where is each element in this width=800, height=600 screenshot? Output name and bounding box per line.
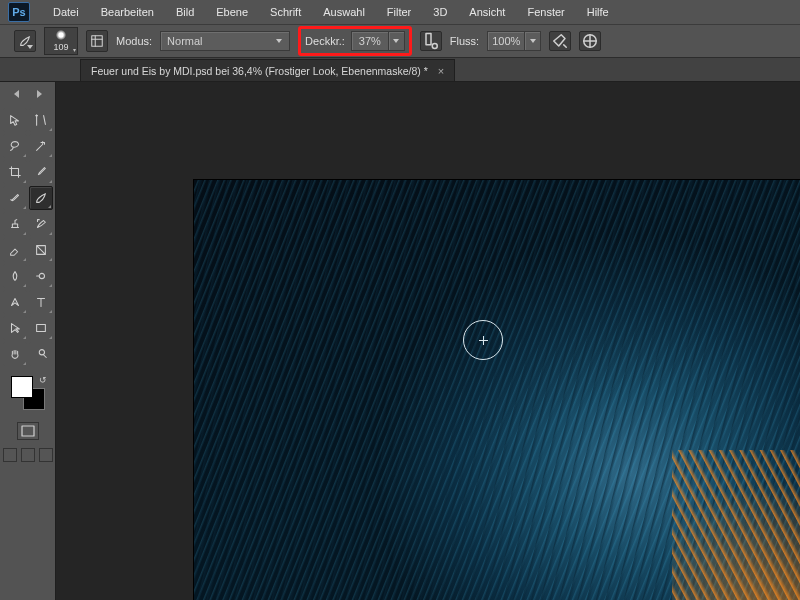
brush-preset-picker[interactable]: 109 ▾ (44, 27, 78, 55)
app-logo[interactable]: Ps (8, 2, 30, 22)
flow-input[interactable]: 100% (487, 31, 525, 51)
workspace: ↺ (0, 82, 800, 600)
color-swatches[interactable]: ↺ (11, 376, 45, 410)
eyedropper-tool[interactable] (29, 160, 53, 184)
hand-tool[interactable] (3, 342, 27, 366)
quickmask-toggle[interactable] (17, 422, 39, 440)
chevron-down-icon (273, 32, 285, 50)
airbrush-icon[interactable] (549, 31, 571, 51)
zoom-tool[interactable] (29, 342, 53, 366)
menu-item-schrift[interactable]: Schrift (261, 3, 310, 21)
lasso-tool[interactable] (3, 134, 27, 158)
clone-stamp-tool[interactable] (3, 212, 27, 236)
menu-item-3d[interactable]: 3D (424, 3, 456, 21)
svg-rect-1 (426, 34, 431, 45)
document-canvas[interactable] (194, 180, 800, 600)
menu-item-ansicht[interactable]: Ansicht (460, 3, 514, 21)
menu-item-ebene[interactable]: Ebene (207, 3, 257, 21)
eraser-tool[interactable] (3, 238, 27, 262)
brush-panel-toggle-icon[interactable] (86, 30, 108, 52)
close-icon[interactable]: × (438, 65, 444, 77)
blur-tool[interactable] (3, 264, 27, 288)
active-tool-icon[interactable] (14, 30, 36, 52)
brush-size-value: 109 (53, 42, 68, 52)
dodge-tool[interactable] (29, 264, 53, 288)
image-content (194, 180, 800, 600)
svg-rect-0 (92, 36, 103, 47)
move-tool[interactable] (3, 108, 27, 132)
screen-mode-icons[interactable] (3, 448, 53, 462)
pressure-opacity-icon[interactable] (420, 31, 442, 51)
app-window: Ps DateiBearbeitenBildEbeneSchriftAuswah… (0, 0, 800, 600)
move-alt-tool[interactable] (29, 108, 53, 132)
opacity-dropdown-button[interactable] (389, 31, 405, 51)
flow-dropdown-button[interactable] (525, 31, 541, 51)
canvas-area[interactable] (56, 82, 800, 600)
document-tab-title: Feuer und Eis by MDI.psd bei 36,4% (Fros… (91, 65, 428, 77)
foreground-color-swatch[interactable] (11, 376, 33, 398)
modus-label: Modus: (116, 35, 152, 47)
type-tool[interactable] (29, 290, 53, 314)
brush-tool[interactable] (29, 186, 53, 210)
document-tab-bar: Feuer und Eis by MDI.psd bei 36,4% (Fros… (0, 58, 800, 82)
pen-tool[interactable] (3, 290, 27, 314)
svg-rect-4 (22, 426, 34, 436)
pressure-size-icon[interactable] (579, 31, 601, 51)
toolbox: ↺ (0, 82, 56, 600)
menu-item-bild[interactable]: Bild (167, 3, 203, 21)
options-bar: 109 ▾ Modus: Normal Deckkr.: 37% Fluss: … (0, 24, 800, 58)
flow-label: Fluss: (450, 35, 479, 47)
path-select-tool[interactable] (3, 316, 27, 340)
magic-wand-tool[interactable] (29, 134, 53, 158)
opacity-label: Deckkr.: (305, 35, 345, 47)
opacity-highlight-annotation: Deckkr.: 37% (298, 26, 412, 56)
menu-item-fenster[interactable]: Fenster (518, 3, 573, 21)
menu-bar: Ps DateiBearbeitenBildEbeneSchriftAuswah… (0, 0, 800, 24)
document-tab[interactable]: Feuer und Eis by MDI.psd bei 36,4% (Fros… (80, 59, 455, 81)
crop-tool[interactable] (3, 160, 27, 184)
opacity-input[interactable]: 37% (351, 31, 389, 51)
swap-colors-icon[interactable]: ↺ (39, 375, 47, 385)
menu-item-auswahl[interactable]: Auswahl (314, 3, 374, 21)
blend-mode-dropdown[interactable]: Normal (160, 31, 290, 51)
menu-item-hilfe[interactable]: Hilfe (578, 3, 618, 21)
svg-point-2 (432, 44, 437, 49)
menu-item-datei[interactable]: Datei (44, 3, 88, 21)
gradient-tool[interactable] (29, 238, 53, 262)
blend-mode-value: Normal (167, 35, 202, 47)
shape-tool[interactable] (29, 316, 53, 340)
menu-item-filter[interactable]: Filter (378, 3, 420, 21)
menu-item-bearbeiten[interactable]: Bearbeiten (92, 3, 163, 21)
toolbox-collapse-toggle[interactable] (14, 90, 42, 100)
healing-brush-tool[interactable] (3, 186, 27, 210)
history-brush-tool[interactable] (29, 212, 53, 236)
